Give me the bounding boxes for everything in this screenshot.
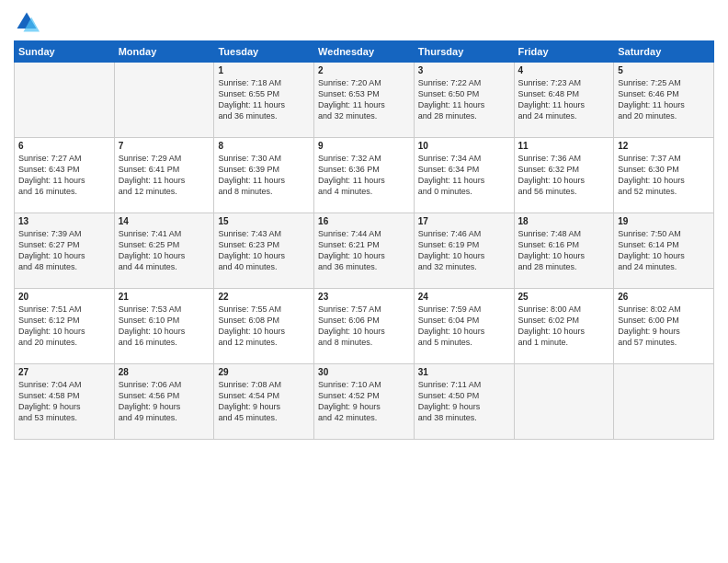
day-number: 3 [418,65,510,75]
day-number: 7 [119,141,210,151]
day-number: 18 [518,216,610,226]
calendar-cell: 30Sunrise: 7:10 AM Sunset: 4:52 PM Dayli… [314,364,415,440]
week-row-5: 27Sunrise: 7:04 AM Sunset: 4:58 PM Dayli… [15,364,714,440]
day-number: 30 [318,367,410,377]
weekday-header-sunday: Sunday [15,41,115,63]
calendar-cell [114,63,214,138]
day-info: Sunrise: 7:51 AM Sunset: 6:12 PM Dayligh… [18,304,110,349]
calendar-cell: 26Sunrise: 8:02 AM Sunset: 6:00 PM Dayli… [614,289,714,364]
day-info: Sunrise: 7:22 AM Sunset: 6:50 PM Dayligh… [418,77,510,122]
header [14,9,714,35]
calendar-cell: 6Sunrise: 7:27 AM Sunset: 6:43 PM Daylig… [15,138,115,213]
day-info: Sunrise: 8:02 AM Sunset: 6:00 PM Dayligh… [618,304,710,349]
day-info: Sunrise: 7:30 AM Sunset: 6:39 PM Dayligh… [218,153,310,198]
day-number: 13 [18,216,110,226]
weekday-header-row: SundayMondayTuesdayWednesdayThursdayFrid… [15,41,714,63]
day-info: Sunrise: 7:18 AM Sunset: 6:55 PM Dayligh… [218,77,310,122]
day-number: 31 [418,367,510,377]
calendar-cell: 14Sunrise: 7:41 AM Sunset: 6:25 PM Dayli… [114,213,214,289]
calendar-cell: 3Sunrise: 7:22 AM Sunset: 6:50 PM Daylig… [414,63,514,138]
day-info: Sunrise: 7:48 AM Sunset: 6:16 PM Dayligh… [518,228,610,273]
calendar-cell: 28Sunrise: 7:06 AM Sunset: 4:56 PM Dayli… [114,364,214,440]
day-info: Sunrise: 7:37 AM Sunset: 6:30 PM Dayligh… [618,153,710,198]
day-info: Sunrise: 7:27 AM Sunset: 6:43 PM Dayligh… [18,153,110,198]
day-info: Sunrise: 7:43 AM Sunset: 6:23 PM Dayligh… [218,228,310,273]
day-number: 25 [518,292,610,302]
day-number: 26 [618,292,710,302]
weekday-header-tuesday: Tuesday [214,41,314,63]
day-number: 12 [618,141,710,151]
week-row-4: 20Sunrise: 7:51 AM Sunset: 6:12 PM Dayli… [15,289,714,364]
day-number: 28 [119,367,210,377]
calendar-cell: 11Sunrise: 7:36 AM Sunset: 6:32 PM Dayli… [514,138,614,213]
day-number: 21 [119,292,210,302]
day-number: 14 [119,216,210,226]
day-number: 24 [418,292,510,302]
day-info: Sunrise: 7:59 AM Sunset: 6:04 PM Dayligh… [418,304,510,349]
weekday-header-saturday: Saturday [614,41,714,63]
day-number: 6 [18,141,110,151]
calendar-cell: 23Sunrise: 7:57 AM Sunset: 6:06 PM Dayli… [314,289,415,364]
calendar-cell: 29Sunrise: 7:08 AM Sunset: 4:54 PM Dayli… [214,364,314,440]
calendar-cell: 12Sunrise: 7:37 AM Sunset: 6:30 PM Dayli… [614,138,714,213]
day-info: Sunrise: 7:36 AM Sunset: 6:32 PM Dayligh… [518,153,610,198]
calendar-cell: 24Sunrise: 7:59 AM Sunset: 6:04 PM Dayli… [414,289,514,364]
day-number: 15 [218,216,310,226]
day-number: 8 [218,141,310,151]
day-info: Sunrise: 7:11 AM Sunset: 4:50 PM Dayligh… [418,379,510,424]
calendar-cell: 31Sunrise: 7:11 AM Sunset: 4:50 PM Dayli… [414,364,514,440]
weekday-header-wednesday: Wednesday [314,41,415,63]
day-number: 17 [418,216,510,226]
day-number: 22 [218,292,310,302]
week-row-2: 6Sunrise: 7:27 AM Sunset: 6:43 PM Daylig… [15,138,714,213]
day-info: Sunrise: 7:25 AM Sunset: 6:46 PM Dayligh… [618,77,710,122]
day-info: Sunrise: 7:32 AM Sunset: 6:36 PM Dayligh… [318,153,410,198]
calendar-cell: 10Sunrise: 7:34 AM Sunset: 6:34 PM Dayli… [414,138,514,213]
weekday-header-thursday: Thursday [414,41,514,63]
day-info: Sunrise: 7:53 AM Sunset: 6:10 PM Dayligh… [119,304,210,349]
calendar-cell: 17Sunrise: 7:46 AM Sunset: 6:19 PM Dayli… [414,213,514,289]
day-number: 20 [18,292,110,302]
calendar-cell: 22Sunrise: 7:55 AM Sunset: 6:08 PM Dayli… [214,289,314,364]
logo-icon [14,9,40,35]
calendar-cell: 7Sunrise: 7:29 AM Sunset: 6:41 PM Daylig… [114,138,214,213]
calendar-cell: 21Sunrise: 7:53 AM Sunset: 6:10 PM Dayli… [114,289,214,364]
day-info: Sunrise: 7:06 AM Sunset: 4:56 PM Dayligh… [119,379,210,424]
week-row-3: 13Sunrise: 7:39 AM Sunset: 6:27 PM Dayli… [15,213,714,289]
calendar-cell [514,364,614,440]
day-number: 4 [518,65,610,75]
calendar-cell: 27Sunrise: 7:04 AM Sunset: 4:58 PM Dayli… [15,364,115,440]
day-info: Sunrise: 7:41 AM Sunset: 6:25 PM Dayligh… [119,228,210,273]
day-info: Sunrise: 7:39 AM Sunset: 6:27 PM Dayligh… [18,228,110,273]
calendar-cell: 4Sunrise: 7:23 AM Sunset: 6:48 PM Daylig… [514,63,614,138]
day-info: Sunrise: 7:20 AM Sunset: 6:53 PM Dayligh… [318,77,410,122]
day-info: Sunrise: 7:44 AM Sunset: 6:21 PM Dayligh… [318,228,410,273]
calendar-cell: 25Sunrise: 8:00 AM Sunset: 6:02 PM Dayli… [514,289,614,364]
day-info: Sunrise: 8:00 AM Sunset: 6:02 PM Dayligh… [518,304,610,349]
day-number: 23 [318,292,410,302]
day-number: 11 [518,141,610,151]
day-info: Sunrise: 7:46 AM Sunset: 6:19 PM Dayligh… [418,228,510,273]
day-info: Sunrise: 7:10 AM Sunset: 4:52 PM Dayligh… [318,379,410,424]
calendar-table: SundayMondayTuesdayWednesdayThursdayFrid… [14,40,714,440]
day-info: Sunrise: 7:50 AM Sunset: 6:14 PM Dayligh… [618,228,710,273]
day-info: Sunrise: 7:55 AM Sunset: 6:08 PM Dayligh… [218,304,310,349]
day-number: 9 [318,141,410,151]
day-info: Sunrise: 7:08 AM Sunset: 4:54 PM Dayligh… [218,379,310,424]
calendar-cell: 8Sunrise: 7:30 AM Sunset: 6:39 PM Daylig… [214,138,314,213]
day-info: Sunrise: 7:34 AM Sunset: 6:34 PM Dayligh… [418,153,510,198]
day-number: 29 [218,367,310,377]
calendar-cell: 16Sunrise: 7:44 AM Sunset: 6:21 PM Dayli… [314,213,415,289]
calendar-cell: 20Sunrise: 7:51 AM Sunset: 6:12 PM Dayli… [15,289,115,364]
calendar-cell: 1Sunrise: 7:18 AM Sunset: 6:55 PM Daylig… [214,63,314,138]
weekday-header-monday: Monday [114,41,214,63]
calendar-cell: 13Sunrise: 7:39 AM Sunset: 6:27 PM Dayli… [15,213,115,289]
calendar-cell [614,364,714,440]
calendar-cell: 5Sunrise: 7:25 AM Sunset: 6:46 PM Daylig… [614,63,714,138]
day-number: 5 [618,65,710,75]
weekday-header-friday: Friday [514,41,614,63]
page: SundayMondayTuesdayWednesdayThursdayFrid… [0,0,728,563]
calendar-cell: 9Sunrise: 7:32 AM Sunset: 6:36 PM Daylig… [314,138,415,213]
calendar-cell: 18Sunrise: 7:48 AM Sunset: 6:16 PM Dayli… [514,213,614,289]
logo [14,9,43,35]
